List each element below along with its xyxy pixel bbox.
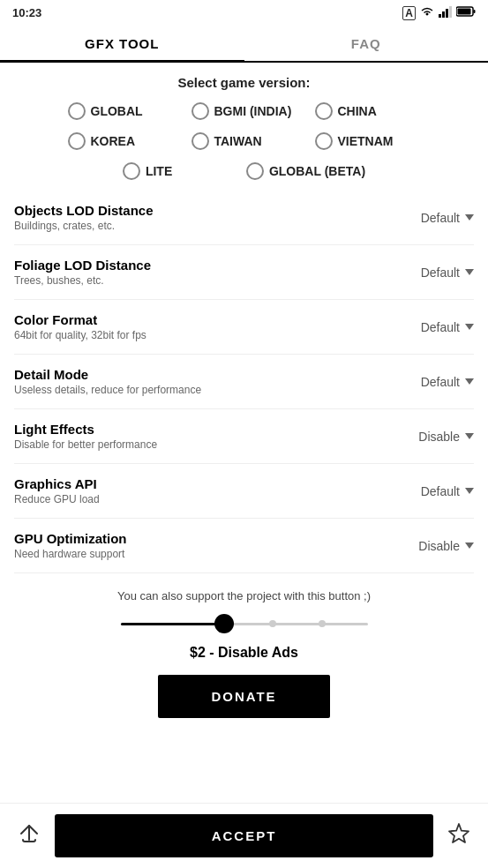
donate-label: $2 - Disable Ads [14,645,474,661]
setting-info-foliage-lod: Foliage LOD Distance Trees, bushes, etc. [14,258,421,287]
version-option-bgmi[interactable]: BGMI (INDIA) [191,99,297,123]
version-options: GLOBAL BGMI (INDIA) CHINA KOREA TAIWAN [14,99,474,183]
radio-korea [68,132,86,150]
chevron-detail-mode [465,378,474,385]
version-option-global-beta[interactable]: GLOBAL (BETA) [246,159,365,183]
version-option-korea[interactable]: KOREA [68,129,174,153]
donate-button[interactable]: DONATE [158,675,329,718]
a-icon: A [402,6,416,20]
star-icon[interactable] [447,822,470,850]
svg-rect-2 [446,9,448,18]
status-icons: A [402,5,476,20]
svg-rect-6 [474,10,476,13]
slider-fill [121,623,220,625]
setting-row-detail-mode: Detail Mode Useless details, reduce for … [14,355,474,409]
setting-control-foliage-lod[interactable]: Default [421,266,474,280]
tab-gfx-tool[interactable]: GFX TOOL [0,24,244,63]
chevron-light-effects [465,433,474,439]
setting-info-detail-mode: Detail Mode Useless details, reduce for … [14,367,421,396]
radio-global-beta [246,162,264,180]
setting-control-objects-lod[interactable]: Default [421,211,474,225]
bottom-bar: ACCEPT [0,803,488,868]
svg-rect-1 [442,11,445,18]
version-option-vietnam[interactable]: VIETNAM [315,129,421,153]
setting-row-light-effects: Light Effects Disable for better perform… [14,409,474,464]
tab-faq[interactable]: FAQ [244,24,489,61]
setting-info-objects-lod: Objects LOD Distance Buildings, crates, … [14,203,421,232]
setting-info-gpu-optimization: GPU Optimization Need hardware support [14,531,418,560]
chevron-foliage-lod [465,269,474,275]
setting-info-graphics-api: Graphics API Reduce GPU load [14,476,421,505]
setting-control-gpu-optimization[interactable]: Disable [418,539,474,553]
radio-taiwan [191,132,209,150]
signal-icon [439,5,453,20]
setting-info-color-format: Color Format 64bit for quality, 32bit fo… [14,312,421,341]
radio-china [315,102,333,120]
chevron-gpu-optimization [465,542,474,549]
svg-rect-5 [458,9,471,15]
main-content: Select game version: GLOBAL BGMI (INDIA)… [0,63,488,797]
slider-thumb[interactable] [214,614,234,633]
version-option-lite[interactable]: LITE [123,159,229,183]
setting-control-detail-mode[interactable]: Default [421,375,474,389]
donate-slider-container[interactable] [121,615,368,632]
radio-bgmi [191,102,209,120]
battery-icon [456,6,476,19]
top-nav: GFX TOOL FAQ [0,24,488,63]
slider-track [121,623,368,625]
time: 10:23 [12,6,41,19]
share-icon[interactable] [18,822,41,850]
slider-tick-1 [269,620,276,627]
version-section: Select game version: GLOBAL BGMI (INDIA)… [14,63,474,191]
accept-button[interactable]: ACCEPT [55,814,433,857]
version-option-china[interactable]: CHINA [315,99,421,123]
setting-info-light-effects: Light Effects Disable for better perform… [14,422,418,451]
radio-global [68,102,86,120]
radio-vietnam [315,132,333,150]
wifi-icon [419,5,435,20]
chevron-graphics-api [465,488,474,494]
svg-marker-8 [449,824,469,842]
support-section: You can also support the project with th… [14,573,474,727]
version-option-global[interactable]: GLOBAL [68,99,174,123]
setting-control-light-effects[interactable]: Disable [418,430,474,444]
support-text: You can also support the project with th… [14,589,474,602]
radio-lite [123,162,140,180]
version-title: Select game version: [14,75,474,90]
setting-row-foliage-lod: Foliage LOD Distance Trees, bushes, etc.… [14,245,474,300]
setting-row-objects-lod: Objects LOD Distance Buildings, crates, … [14,191,474,245]
svg-rect-3 [449,6,452,18]
svg-rect-0 [439,14,441,18]
setting-row-color-format: Color Format 64bit for quality, 32bit fo… [14,300,474,355]
setting-control-color-format[interactable]: Default [421,320,474,334]
setting-row-graphics-api: Graphics API Reduce GPU load Default [14,464,474,519]
chevron-objects-lod [465,214,474,221]
setting-row-gpu-optimization: GPU Optimization Need hardware support D… [14,519,474,573]
version-option-taiwan[interactable]: TAIWAN [191,129,297,153]
setting-control-graphics-api[interactable]: Default [421,484,474,498]
chevron-color-format [465,324,474,330]
status-bar: 10:23 A [0,0,488,24]
slider-tick-2 [319,620,326,627]
settings-list: Objects LOD Distance Buildings, crates, … [14,191,474,573]
